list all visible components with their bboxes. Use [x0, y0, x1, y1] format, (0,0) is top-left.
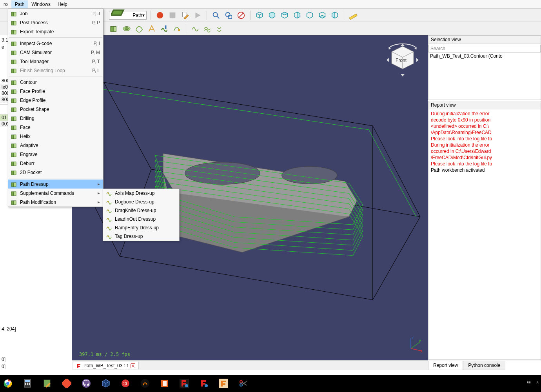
tab-report-view[interactable]: Report view	[428, 361, 463, 370]
selection-list[interactable]: Path_WB_Test_03.Contour (Conto	[428, 53, 541, 100]
measure-icon[interactable]	[348, 10, 358, 20]
path-pocket-icon[interactable]	[122, 24, 132, 34]
path-engrave-icon[interactable]	[147, 24, 157, 34]
view-front-icon[interactable]	[267, 10, 277, 20]
right-dock: Selection view Path_WB_Test_03.Contour (…	[428, 35, 541, 370]
menubar-item-path[interactable]: Path	[11, 0, 28, 8]
report-line: <undefined> occurred in C:\	[431, 123, 538, 129]
menu-item-adaptive[interactable]: Adaptive	[8, 141, 103, 150]
chrome-icon[interactable]	[2, 378, 13, 389]
menu-item-cam-simulator[interactable]: CAM SimulatorP, M	[8, 48, 103, 57]
system-tray[interactable]: ᴿ⁸ ^	[527, 381, 539, 386]
svg-text:Front: Front	[396, 58, 407, 63]
report-body[interactable]: During initialization the errordecode by…	[428, 109, 541, 359]
menu-item-face-profile[interactable]: Face Profile	[8, 87, 103, 96]
menu-item-face[interactable]: Face	[8, 123, 103, 132]
menu-item-3d-pocket[interactable]: 3D Pocket	[8, 168, 103, 177]
menu-item-deburr[interactable]: Deburr	[8, 159, 103, 168]
user-icon[interactable]: ᴿ⁸	[527, 381, 531, 386]
path-profile-icon[interactable]	[109, 24, 119, 34]
menu-item-contour[interactable]: Contour	[8, 78, 103, 87]
menu-item-edge-profile[interactable]: Edge Profile	[8, 96, 103, 105]
edit-macro-icon[interactable]	[180, 10, 190, 20]
menu-item-helix[interactable]: Helix	[8, 132, 103, 141]
menubar-item-windows[interactable]: Windows	[28, 0, 54, 8]
freecad-alt-icon[interactable]	[198, 378, 209, 389]
calculator-icon[interactable]	[22, 378, 33, 389]
menu-item-pocket-shape[interactable]: Pocket Shape	[8, 105, 103, 114]
tab-python-console[interactable]: Python console	[463, 361, 505, 370]
submenu-item-leadinout-dressup[interactable]: LeadInOut Dressup	[103, 215, 179, 223]
menu-item-engrave[interactable]: Engrave	[8, 150, 103, 159]
path-dressup-submenu[interactable]: Axis Map Dress-upDogbone Dress-upDragKni…	[103, 189, 180, 241]
path-deburr-icon[interactable]	[172, 24, 182, 34]
draw-style-icon[interactable]	[236, 10, 246, 20]
svg-rect-72	[25, 383, 26, 384]
svg-rect-53	[14, 135, 16, 139]
fusion-icon[interactable]	[218, 378, 229, 389]
submenu-item-axis-map-dress-up[interactable]: Axis Map Dress-up	[103, 189, 179, 198]
github-icon[interactable]	[81, 378, 92, 389]
app-icon[interactable]: :p	[120, 378, 131, 389]
menu-item-label: Finish Selecting Loop	[18, 68, 92, 73]
app2-icon[interactable]	[159, 378, 170, 389]
menu-item-drilling[interactable]: Drilling	[8, 114, 103, 123]
submenu-item-tag-dress-up[interactable]: Tag Dress-up	[103, 232, 179, 241]
selection-item[interactable]: Path_WB_Test_03.Contour (Conto	[430, 53, 539, 59]
menu-item-label: Face Profile	[18, 89, 100, 94]
menu-item-supplemental-commands[interactable]: Supplemental Commands▸	[8, 189, 103, 198]
workbench-selector[interactable]: Path ▾	[109, 11, 147, 20]
svg-rect-26	[11, 12, 14, 16]
path-3d-icon[interactable]	[159, 24, 169, 34]
submenu-item-dogbone-dress-up[interactable]: Dogbone Dress-up	[103, 198, 179, 206]
submenu-item-dragknife-dress-up[interactable]: DragKnife Dress-up	[103, 206, 179, 215]
freecad-icon	[76, 363, 82, 368]
menu-item-label: Job	[18, 11, 93, 16]
zoom-fit-icon[interactable]	[211, 10, 221, 20]
virtualbox-icon[interactable]	[100, 378, 111, 389]
menu-icon	[10, 124, 18, 131]
menu-item-label: Edge Profile	[18, 98, 100, 103]
submenu-item-rampentry-dress-up[interactable]: RampEntry Dress-up	[103, 223, 179, 232]
notepad-icon[interactable]	[42, 378, 53, 389]
view-iso-icon[interactable]	[254, 10, 265, 20]
play-macro-icon	[192, 10, 203, 20]
selection-search-input[interactable]	[428, 45, 541, 53]
record-macro-icon[interactable]	[155, 10, 165, 20]
view-left-icon[interactable]	[330, 10, 340, 20]
menu-item-path-dressup[interactable]: Path Dressup▸	[8, 180, 103, 189]
menubar-item-macro[interactable]: ro	[0, 0, 11, 8]
document-tab[interactable]: Path_WB_Test_03 : 1 ×	[73, 362, 139, 369]
menu-icon	[10, 11, 18, 17]
menu-item-path-modification[interactable]: Path Modification▸	[8, 198, 103, 207]
menu-item-inspect-g-code[interactable]: Inspect G-codeP, I	[8, 39, 103, 48]
svg-rect-35	[14, 51, 16, 55]
menu-item-post-process[interactable]: Post ProcessP, P	[8, 18, 103, 27]
git-icon[interactable]	[61, 378, 72, 389]
freecad-icon[interactable]	[179, 378, 190, 389]
menubar-item-help[interactable]: Help	[54, 0, 71, 8]
close-tab-icon[interactable]: ×	[131, 363, 135, 368]
menu-item-label: Drilling	[18, 116, 100, 121]
zoom-selection-icon[interactable]	[223, 10, 234, 20]
menu-item-export-template[interactable]: Export Template	[8, 27, 103, 36]
svg-rect-50	[11, 126, 14, 130]
menu-item-label: Supplemental Commands	[18, 191, 98, 196]
path-dressup-icon[interactable]	[190, 24, 200, 34]
svg-rect-76	[27, 384, 28, 385]
view-top-icon[interactable]	[280, 10, 290, 20]
path-menu[interactable]: JobP, JPost ProcessP, PExport TemplateIn…	[8, 9, 103, 207]
snip-icon[interactable]	[238, 378, 249, 389]
view-right-icon[interactable]	[292, 10, 302, 20]
path-drilling-icon[interactable]	[134, 24, 144, 34]
path-array-icon[interactable]	[215, 24, 225, 34]
menu-item-job[interactable]: JobP, J	[8, 9, 103, 18]
tray-chevron-icon[interactable]: ^	[536, 381, 539, 386]
svg-rect-37	[14, 60, 16, 64]
view-rear-icon[interactable]	[305, 10, 315, 20]
menu-item-tool-manager[interactable]: Tool ManagerP, T	[8, 57, 103, 66]
path-copy-icon[interactable]	[203, 24, 213, 34]
navigation-cube[interactable]: Front	[385, 42, 420, 78]
slicer-icon[interactable]	[140, 378, 151, 389]
view-bottom-icon[interactable]	[317, 10, 327, 20]
